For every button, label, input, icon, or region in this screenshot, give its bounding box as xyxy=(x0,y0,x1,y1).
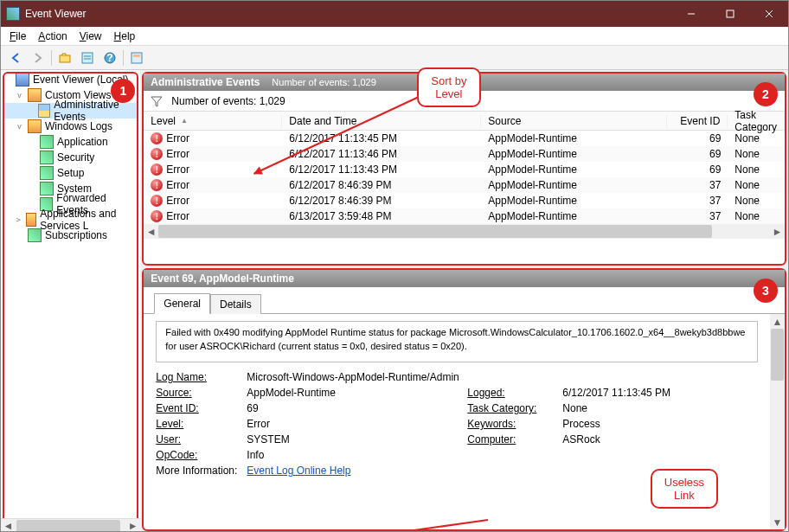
tree-application-log[interactable]: Application xyxy=(3,134,138,150)
grid-header: Level▲ Date and Time Source Event ID Tas… xyxy=(144,112,785,131)
value-user: SYSTEM xyxy=(247,433,467,445)
col-date[interactable]: Date and Time xyxy=(282,115,481,127)
funnel-icon xyxy=(151,95,163,107)
minimize-button[interactable] xyxy=(671,1,710,27)
error-icon: ! xyxy=(151,195,163,207)
scroll-down-icon[interactable]: ▼ xyxy=(770,515,785,529)
scroll-left-icon[interactable]: ◄ xyxy=(1,519,16,532)
tab-general[interactable]: General xyxy=(154,293,210,314)
table-row[interactable]: !Error6/12/2017 11:13:46 PMAppModel-Runt… xyxy=(144,146,785,162)
svg-text:?: ? xyxy=(106,52,112,64)
detail-header-title: Event 69, AppModel-Runtime xyxy=(151,272,294,285)
tree-pane: 1 Event Viewer (Local) vCustom Views Adm… xyxy=(1,70,140,532)
svg-rect-1 xyxy=(727,10,734,17)
toolbar: ? xyxy=(1,46,788,70)
titlebar: Event Viewer xyxy=(1,1,788,27)
filter-count-label: Number of events: 1,029 xyxy=(171,95,285,107)
menu-help[interactable]: Help xyxy=(109,29,141,44)
link-online-help[interactable]: Event Log Online Help xyxy=(247,465,350,477)
label-level: Level: xyxy=(156,418,247,430)
col-source[interactable]: Source xyxy=(481,115,667,127)
label-user: User: xyxy=(156,433,247,445)
tree-apps-services[interactable]: >Applications and Services L xyxy=(3,212,138,228)
annotation-badge-3: 3 xyxy=(754,279,778,303)
detail-content: Failed with 0x490 modifying AppModel Run… xyxy=(144,314,770,529)
grid-hscrollbar[interactable]: ◄ ► xyxy=(144,224,785,239)
error-icon: ! xyxy=(151,163,163,176)
col-category[interactable]: Task Category xyxy=(728,109,785,133)
content-pane: 2 Administrative Events Number of events… xyxy=(140,70,788,532)
label-computer: Computer: xyxy=(467,433,562,445)
detail-kv-grid: Log Name: Microsoft-Windows-AppModel-Run… xyxy=(156,371,758,477)
table-row[interactable]: !Error6/12/2017 11:13:45 PMAppModel-Runt… xyxy=(144,131,785,146)
menu-view[interactable]: View xyxy=(74,29,107,44)
svg-rect-4 xyxy=(60,55,70,62)
table-row[interactable]: !Error6/12/2017 8:46:39 PMAppModel-Runti… xyxy=(144,193,785,208)
svg-rect-11 xyxy=(133,54,140,57)
forward-icon[interactable] xyxy=(29,48,48,67)
annotation-badge-2: 2 xyxy=(754,82,778,106)
table-row[interactable]: !Error6/12/2017 8:46:39 PMAppModel-Runti… xyxy=(144,177,785,193)
table-row[interactable]: !Error6/13/2017 3:59:48 PMAppModel-Runti… xyxy=(144,208,785,224)
value-eventid: 69 xyxy=(247,402,467,414)
folder-up-icon[interactable] xyxy=(55,48,74,67)
filter-icon[interactable] xyxy=(127,48,146,67)
label-taskcat: Task Category: xyxy=(467,402,562,414)
tree-setup-log[interactable]: Setup xyxy=(3,165,138,181)
col-level[interactable]: Level▲ xyxy=(144,115,282,127)
label-eventid: Event ID: xyxy=(156,402,247,414)
label-opcode: OpCode: xyxy=(156,449,247,461)
value-keywords: Process xyxy=(562,418,758,430)
value-computer: ASRock xyxy=(562,433,758,445)
value-opcode: Info xyxy=(247,449,758,461)
error-icon: ! xyxy=(151,148,163,160)
maximize-button[interactable] xyxy=(710,1,749,27)
detail-header: Event 69, AppModel-Runtime xyxy=(144,270,785,287)
detail-body: Failed with 0x490 modifying AppModel Run… xyxy=(144,314,785,529)
error-icon: ! xyxy=(151,210,163,222)
detail-panel: 3 Event 69, AppModel-Runtime General Det… xyxy=(142,268,786,531)
scroll-right-icon[interactable]: ► xyxy=(125,519,140,532)
value-logname: Microsoft-Windows-AppModel-Runtime/Admin xyxy=(247,371,758,383)
scroll-up-icon[interactable]: ▲ xyxy=(770,314,785,329)
value-logged: 6/12/2017 11:13:45 PM xyxy=(562,387,758,399)
scroll-right-icon[interactable]: ► xyxy=(770,224,785,239)
detail-tabs: General Details xyxy=(144,287,785,314)
grid-body: !Error6/12/2017 11:13:45 PMAppModel-Runt… xyxy=(144,131,785,224)
label-logged: Logged: xyxy=(467,387,562,399)
table-row[interactable]: !Error6/12/2017 11:13:43 PMAppModel-Runt… xyxy=(144,162,785,177)
error-icon: ! xyxy=(151,179,163,191)
close-button[interactable] xyxy=(749,1,788,27)
value-taskcat: None xyxy=(562,402,758,414)
events-header-count: Number of events: 1,029 xyxy=(272,77,375,87)
label-logname: Log Name: xyxy=(156,371,247,383)
error-icon: ! xyxy=(151,132,163,144)
back-icon[interactable] xyxy=(6,48,25,67)
tree-administrative-events[interactable]: Administrative Events xyxy=(3,103,138,119)
value-level: Error xyxy=(247,418,467,430)
help-icon[interactable]: ? xyxy=(100,48,119,67)
properties-icon[interactable] xyxy=(78,48,97,67)
event-description: Failed with 0x490 modifying AppModel Run… xyxy=(156,321,758,362)
detail-vscrollbar[interactable]: ▲ ▼ xyxy=(770,314,785,529)
col-eventid[interactable]: Event ID xyxy=(667,115,728,127)
label-keywords: Keywords: xyxy=(467,418,562,430)
menu-action[interactable]: Action xyxy=(33,29,72,44)
callout-arrow-useless xyxy=(325,519,488,529)
tab-details[interactable]: Details xyxy=(210,294,261,314)
scroll-left-icon[interactable]: ◄ xyxy=(144,224,158,239)
app-icon xyxy=(6,7,20,21)
menubar: File Action View Help xyxy=(1,27,788,46)
tree-hscrollbar[interactable]: ◄ ► xyxy=(1,518,140,532)
sort-asc-icon: ▲ xyxy=(181,117,188,125)
svg-rect-10 xyxy=(132,53,142,63)
tree-security-log[interactable]: Security xyxy=(3,150,138,165)
svg-rect-5 xyxy=(82,53,93,63)
value-source: AppModel-Runtime xyxy=(247,387,467,399)
main-area: 1 Event Viewer (Local) vCustom Views Adm… xyxy=(1,70,788,532)
label-moreinfo: More Information: xyxy=(156,465,247,477)
window-controls xyxy=(671,1,788,27)
callout-useless-link: UselessLink xyxy=(651,469,718,509)
window-title: Event Viewer xyxy=(25,8,671,20)
menu-file[interactable]: File xyxy=(4,29,31,44)
